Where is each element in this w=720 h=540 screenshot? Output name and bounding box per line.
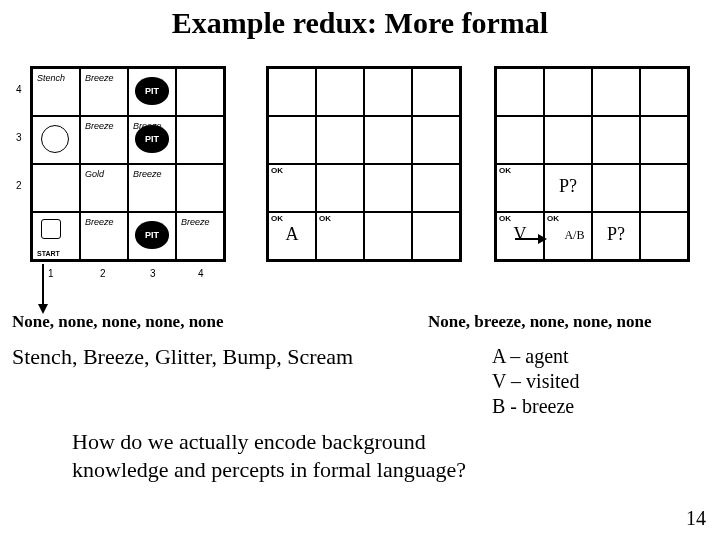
col-label-2: 2 xyxy=(100,268,106,279)
percepts-step0: None, none, none, none, none xyxy=(12,312,224,332)
wcell-3-1: Breeze xyxy=(80,212,128,260)
mid-cell-1-0 xyxy=(268,116,316,164)
right-cell-2-3 xyxy=(640,164,688,212)
mid-cell-1-3 xyxy=(412,116,460,164)
wcell-2-1: Gold xyxy=(80,164,128,212)
right-cell-0-3 xyxy=(640,68,688,116)
col-label-4: 4 xyxy=(198,268,204,279)
ok-label: OK xyxy=(271,166,283,175)
cell-center: V xyxy=(514,224,527,245)
page-number: 14 xyxy=(686,507,706,530)
mid-cell-2-3 xyxy=(412,164,460,212)
wcell-2-3 xyxy=(176,164,224,212)
cell-center: P? xyxy=(559,176,577,197)
legend: A – agent V – visited B - breeze xyxy=(492,344,579,419)
wcell-1-2: PITBreeze xyxy=(128,116,176,164)
mid-cell-0-3 xyxy=(412,68,460,116)
wcell-0-2: PIT xyxy=(128,68,176,116)
mid-cell-3-1: OK xyxy=(316,212,364,260)
col-label-1: 1 xyxy=(48,268,54,279)
ok-label: OK xyxy=(271,214,283,223)
agent-breeze-label: A/B xyxy=(564,228,584,243)
right-cell-0-0 xyxy=(496,68,544,116)
arrow-to-percepts xyxy=(42,264,44,312)
mid-cell-2-0: OK xyxy=(268,164,316,212)
right-cell-2-0: OK xyxy=(496,164,544,212)
wcell-0-3 xyxy=(176,68,224,116)
cell-label: Breeze xyxy=(85,217,114,227)
pit-icon: PIT xyxy=(135,77,168,105)
ok-label: OK xyxy=(319,214,331,223)
right-cell-3-0: OKV xyxy=(496,212,544,260)
legend-b: B - breeze xyxy=(492,394,579,419)
wcell-1-1: Breeze xyxy=(80,116,128,164)
right-cell-1-0 xyxy=(496,116,544,164)
sensor-list: Stench, Breeze, Glitter, Bump, Scream xyxy=(12,344,353,370)
cell-label: Breeze xyxy=(133,169,162,179)
wcell-2-0 xyxy=(32,164,80,212)
right-cell-1-2 xyxy=(592,116,640,164)
wcell-3-0: START xyxy=(32,212,80,260)
wcell-1-3 xyxy=(176,116,224,164)
cell-label: Breeze xyxy=(181,217,210,227)
right-cell-3-3 xyxy=(640,212,688,260)
ok-label: OK xyxy=(499,214,511,223)
legend-v: V – visited xyxy=(492,369,579,394)
arrow-v-to-ab xyxy=(515,238,545,240)
ok-label: OK xyxy=(547,214,559,223)
wumpus-world-grid: StenchBreezePITBreezePITBreezeGoldBreeze… xyxy=(30,66,226,262)
slide-question: How do we actually encode background kno… xyxy=(72,428,466,483)
legend-a: A – agent xyxy=(492,344,579,369)
mid-cell-0-1 xyxy=(316,68,364,116)
row-label-4: 4 xyxy=(16,84,22,95)
row-label-3: 3 xyxy=(16,132,22,143)
wcell-2-2: Breeze xyxy=(128,164,176,212)
mid-cell-0-0 xyxy=(268,68,316,116)
state-grid-step1: OKP?OKVOKA/BP? xyxy=(494,66,690,262)
ok-label: OK xyxy=(499,166,511,175)
mid-cell-1-1 xyxy=(316,116,364,164)
agent-icon xyxy=(41,219,61,239)
wcell-1-0 xyxy=(32,116,80,164)
right-cell-2-2 xyxy=(592,164,640,212)
cell-center: A xyxy=(286,224,299,245)
wcell-3-2: PIT xyxy=(128,212,176,260)
wcell-3-3: Breeze xyxy=(176,212,224,260)
wcell-0-0: Stench xyxy=(32,68,80,116)
right-cell-0-1 xyxy=(544,68,592,116)
right-cell-1-3 xyxy=(640,116,688,164)
mid-cell-3-0: OKA xyxy=(268,212,316,260)
cell-label: Stench xyxy=(37,73,65,83)
start-label: START xyxy=(37,250,60,257)
mid-cell-3-2 xyxy=(364,212,412,260)
state-grid-step0: OKOKAOK xyxy=(266,66,462,262)
mid-cell-2-1 xyxy=(316,164,364,212)
mid-cell-0-2 xyxy=(364,68,412,116)
right-cell-2-1: P? xyxy=(544,164,592,212)
question-line2: knowledge and percepts in formal languag… xyxy=(72,457,466,482)
wcell-0-1: Breeze xyxy=(80,68,128,116)
cell-center: P? xyxy=(607,224,625,245)
cell-label: Breeze xyxy=(133,121,162,131)
right-cell-0-2 xyxy=(592,68,640,116)
mid-cell-3-3 xyxy=(412,212,460,260)
col-label-3: 3 xyxy=(150,268,156,279)
pit-icon: PIT xyxy=(135,221,168,249)
wumpus-icon xyxy=(41,125,69,153)
right-cell-3-1: OKA/B xyxy=(544,212,592,260)
row-label-2: 2 xyxy=(16,180,22,191)
cell-label: Breeze xyxy=(85,73,114,83)
mid-cell-1-2 xyxy=(364,116,412,164)
percepts-step1: None, breeze, none, none, none xyxy=(428,312,652,332)
right-cell-1-1 xyxy=(544,116,592,164)
right-cell-3-2: P? xyxy=(592,212,640,260)
slide-title: Example redux: More formal xyxy=(0,6,720,40)
question-line1: How do we actually encode background xyxy=(72,429,426,454)
cell-label: Gold xyxy=(85,169,104,179)
mid-cell-2-2 xyxy=(364,164,412,212)
cell-label: Breeze xyxy=(85,121,114,131)
